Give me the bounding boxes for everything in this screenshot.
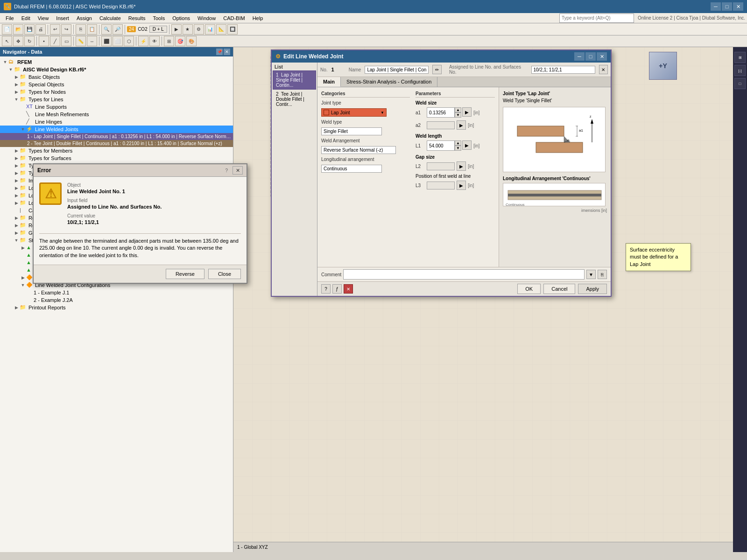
reverse-button[interactable]: Reverse — [166, 269, 204, 279]
error-close-x-button[interactable]: ✕ — [233, 166, 243, 175]
L2-unit-button[interactable]: ▶ — [457, 161, 466, 171]
minimize-button[interactable]: ─ — [711, 2, 721, 11]
L1-unit-button[interactable]: ▶ — [462, 140, 472, 150]
tb-extra-3[interactable]: ⚙ — [194, 24, 204, 35]
tree-config-2[interactable]: ▶ 2 - Example J.2A — [0, 296, 233, 304]
name-input[interactable] — [365, 66, 429, 74]
expander-rfem[interactable]: ▼ — [2, 59, 8, 65]
menu-help[interactable]: Help — [249, 14, 267, 22]
open-button[interactable]: 📂 — [13, 24, 23, 35]
keyword-search-input[interactable] — [559, 14, 634, 23]
tab-stress-strain[interactable]: Stress-Strain Analysis - Configuration — [341, 77, 437, 87]
a2-input[interactable] — [427, 121, 455, 129]
a1-down-button[interactable]: ▼ — [455, 112, 461, 118]
close-button[interactable]: ✕ — [733, 2, 743, 11]
filter-button[interactable]: ⚡ — [138, 36, 148, 46]
snap-button[interactable]: 🎯 — [175, 36, 185, 46]
menu-insert[interactable]: Insert — [52, 14, 73, 22]
cancel-x-button[interactable]: ✕ — [344, 284, 353, 294]
menu-options[interactable]: Options — [169, 14, 194, 22]
select-button[interactable]: ↖ — [2, 36, 12, 46]
longitudinal-select[interactable]: Continuous Intermittent — [321, 165, 382, 173]
comment-input[interactable] — [343, 269, 585, 280]
a1-unit-button[interactable]: ▶ — [462, 107, 472, 117]
tb-extra-6[interactable]: 🔲 — [227, 24, 238, 35]
dialog-close-button[interactable]: ✕ — [597, 52, 607, 61]
tree-item-rfem[interactable]: ▼ 🗂 RFEM — [0, 58, 233, 66]
line-button[interactable]: ╱ — [50, 36, 60, 46]
measure-button[interactable]: 📏 — [76, 36, 86, 46]
dialog-maximize-button[interactable]: □ — [585, 52, 596, 61]
assigned-input[interactable] — [531, 66, 595, 74]
comment-dropdown-button[interactable]: ▼ — [586, 270, 596, 279]
cancel-button[interactable]: Cancel — [543, 284, 575, 294]
tree-basic-objects[interactable]: ▶ 📁 Basic Objects — [0, 73, 233, 81]
grid-button[interactable]: ⊞ — [164, 36, 174, 46]
tree-line-hinges[interactable]: ▶ ╱ Line Hinges — [0, 118, 233, 126]
menu-results[interactable]: Results — [125, 14, 149, 22]
tree-item-project[interactable]: ▼ 📁 AISC Weld Design KB.rf6* — [0, 66, 233, 73]
nav-pin-button[interactable]: 📌 — [216, 49, 223, 55]
expander-project[interactable]: ▼ — [7, 66, 14, 73]
view-3d-button[interactable]: ⬡ — [124, 36, 134, 46]
dialog-minimize-button[interactable]: ─ — [574, 52, 585, 61]
menu-tools[interactable]: Tools — [149, 14, 169, 22]
formula-icon-button[interactable]: ƒ — [332, 284, 342, 294]
view-cube[interactable]: +Y — [649, 52, 677, 80]
menu-cadbim[interactable]: CAD-BIM — [219, 14, 248, 22]
restore-button[interactable]: □ — [722, 2, 732, 11]
close-button[interactable]: Close — [208, 269, 241, 279]
view-front-button[interactable]: ⬛ — [101, 36, 112, 46]
menu-assign[interactable]: Assign — [73, 14, 96, 22]
weld-arrangement-select[interactable]: Reverse Surface Normal (-z) Surface Norm… — [321, 146, 396, 154]
workspace[interactable]: +Y ⚙ Edit Line Welded Joint ─ □ ✕ List — [233, 47, 747, 552]
L1-down-button[interactable]: ▼ — [455, 146, 461, 151]
assigned-clear-button[interactable]: ✕ — [599, 65, 608, 74]
right-panel-btn-3[interactable]: □ — [734, 78, 746, 89]
move-button[interactable]: ✥ — [13, 36, 23, 46]
a2-unit-button[interactable]: ▶ — [457, 120, 466, 130]
view-side-button[interactable]: ⬜ — [113, 36, 123, 46]
tb-extra-2[interactable]: ★ — [183, 24, 193, 35]
tb-extra-4[interactable]: 📊 — [205, 24, 215, 35]
save-button[interactable]: 💾 — [24, 24, 35, 35]
zoom-out-button[interactable]: 🔎 — [113, 24, 123, 35]
right-panel-btn-2[interactable]: [-] — [734, 65, 746, 76]
tree-types-surfaces[interactable]: ▶ 📁 Types for Surfaces — [0, 154, 233, 162]
tree-line-welded-joints[interactable]: ▼ ⚡ Line Welded Joints — [0, 126, 233, 133]
ok-button[interactable]: OK — [517, 284, 541, 294]
menu-window[interactable]: Window — [194, 14, 219, 22]
menu-view[interactable]: View — [34, 14, 53, 22]
tree-types-lines[interactable]: ▼ 📁 Types for Lines — [0, 96, 233, 103]
display-button[interactable]: 👁 — [149, 36, 160, 46]
edit-name-button[interactable]: ✏ — [432, 65, 442, 74]
weld-type-select[interactable]: Single Fillet Double Fillet — [321, 127, 382, 135]
rotate-button[interactable]: ↻ — [24, 36, 35, 46]
tree-special-objects[interactable]: ▶ 📁 Special Objects — [0, 81, 233, 88]
print-button[interactable]: 🖨 — [35, 24, 46, 35]
comment-copy-button[interactable]: ⎘ — [598, 270, 607, 279]
nav-close-button[interactable]: ✕ — [224, 49, 230, 55]
L1-up-button[interactable]: ▲ — [455, 140, 461, 146]
list-item-1[interactable]: 1 Lap Joint | Single Fillet | Contin... — [273, 70, 316, 90]
menu-file[interactable]: File — [2, 14, 18, 22]
a1-stepper[interactable]: ▲ ▼ ▶ — [427, 107, 472, 118]
tree-config-1[interactable]: ▶ 1 - Example J.1 — [0, 289, 233, 296]
paste-button[interactable]: 📋 — [87, 24, 97, 35]
tab-main[interactable]: Main — [317, 77, 341, 87]
weld-item-2[interactable]: 2 - Tee Joint | Double Fillet | Continuo… — [0, 140, 233, 147]
right-panel-btn-1[interactable]: ⊞ — [734, 52, 746, 63]
L3-input[interactable] — [427, 182, 455, 189]
copy-button[interactable]: ⎘ — [76, 24, 86, 35]
apply-button[interactable]: Apply — [578, 284, 607, 294]
L1-input[interactable] — [427, 140, 455, 151]
a1-input[interactable] — [427, 107, 455, 118]
L2-input[interactable] — [427, 162, 455, 170]
tb-extra-5[interactable]: 📐 — [216, 24, 226, 35]
menu-edit[interactable]: Edit — [18, 14, 34, 22]
undo-button[interactable]: ↩ — [50, 24, 60, 35]
L3-unit-button[interactable]: ▶ — [457, 181, 466, 190]
zoom-in-button[interactable]: 🔍 — [101, 24, 112, 35]
tree-printout[interactable]: ▶ 📁 Printout Reports — [0, 304, 233, 311]
a1-up-button[interactable]: ▲ — [455, 107, 461, 112]
